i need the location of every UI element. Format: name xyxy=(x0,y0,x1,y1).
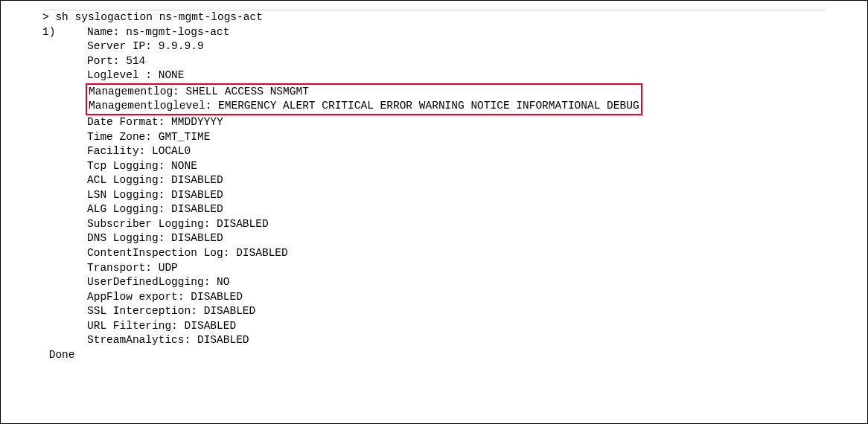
command-text: sh syslogaction ns-mgmt-logs-act xyxy=(55,11,262,23)
subscriber-logging: Subscriber Logging: DISABLED xyxy=(42,217,826,232)
command-line: > sh syslogaction ns-mgmt-logs-act xyxy=(42,10,826,25)
transport: Transport: UDP xyxy=(42,261,826,276)
entry-name: Name: ns-mgmt-logs-act xyxy=(87,25,229,40)
stream-analytics: StreamAnalytics: DISABLED xyxy=(42,333,826,348)
facility: Facility: LOCAL0 xyxy=(42,144,826,159)
terminal-output: > sh syslogaction ns-mgmt-logs-act1)Name… xyxy=(42,10,826,363)
terminal-frame: > sh syslogaction ns-mgmt-logs-act1)Name… xyxy=(0,0,868,424)
user-defined-logging: UserDefinedLogging: NO xyxy=(42,275,826,290)
highlight-container: Managementlog: SHELL ACCESS NSMGMTManage… xyxy=(42,83,826,115)
management-log: Managementlog: SHELL ACCESS NSMGMT xyxy=(89,85,639,100)
alg-logging: ALG Logging: DISABLED xyxy=(42,202,826,217)
highlight-box: Managementlog: SHELL ACCESS NSMGMTManage… xyxy=(86,83,642,115)
dns-logging: DNS Logging: DISABLED xyxy=(42,231,826,246)
appflow-export: AppFlow export: DISABLED xyxy=(42,290,826,305)
ssl-interception: SSL Interception: DISABLED xyxy=(42,304,826,319)
lsn-logging: LSN Logging: DISABLED xyxy=(42,188,826,203)
tcp-logging: Tcp Logging: NONE xyxy=(42,159,826,174)
loglevel: Loglevel : NONE xyxy=(42,68,826,83)
time-zone: Time Zone: GMT_TIME xyxy=(42,130,826,145)
content-inspection-log: ContentInspection Log: DISABLED xyxy=(42,246,826,261)
server-ip: Server IP: 9.9.9.9 xyxy=(42,39,826,54)
port: Port: 514 xyxy=(42,54,826,69)
done-line: Done xyxy=(42,348,826,363)
acl-logging: ACL Logging: DISABLED xyxy=(42,173,826,188)
entry-index: 1) xyxy=(42,25,87,40)
url-filtering: URL Filtering: DISABLED xyxy=(42,319,826,334)
prompt: > xyxy=(42,11,55,23)
terminal-content: > sh syslogaction ns-mgmt-logs-act1)Name… xyxy=(1,1,867,372)
date-format: Date Format: MMDDYYYY xyxy=(42,115,826,130)
management-log-level: Managementloglevel: EMERGENCY ALERT CRIT… xyxy=(89,99,639,114)
